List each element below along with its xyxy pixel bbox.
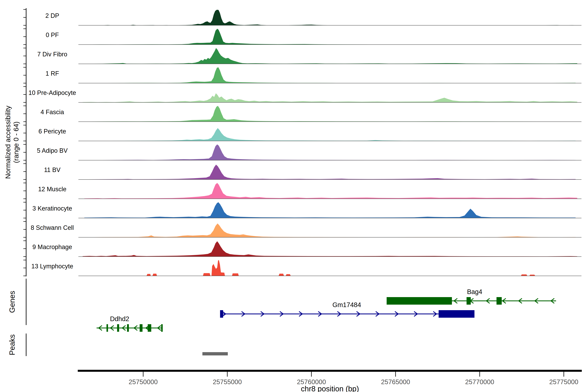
track-label-2: 0 PF (46, 32, 59, 38)
track-signal-9 (83, 165, 576, 180)
peak-bar (202, 352, 228, 356)
gene-exon-Ddhd2 (127, 324, 129, 332)
track-signal-1 (81, 10, 579, 26)
track-signal-10 (84, 183, 577, 199)
x-tick-label: 25755000 (213, 378, 242, 386)
gene-name-Gm17484: Gm17484 (332, 301, 361, 308)
track-label-4: 1 RF (46, 70, 59, 77)
track-signal-3 (81, 48, 578, 64)
track-label-1: 2 DP (46, 12, 59, 19)
gene-exon-Ddhd2 (117, 324, 119, 332)
track-signal-6 (83, 106, 577, 122)
gene-exon-Gm17484 (438, 310, 474, 318)
gene-exon-Ddhd2 (140, 324, 142, 332)
gene-exon-Ddhd2 (106, 324, 108, 332)
track-label-12: 8 Schwann Cell (31, 224, 74, 231)
x-tick-label: 25770000 (465, 378, 494, 386)
track-signal-11 (84, 202, 576, 218)
gene-name-Bag4: Bag4 (467, 288, 482, 295)
track-signal-4 (81, 67, 576, 83)
gene-exon-Ddhd2 (161, 324, 163, 332)
x-axis-title: chr8 position (bp) (301, 384, 359, 392)
x-tick-label: 25760000 (297, 378, 326, 386)
track-signal-12 (84, 224, 576, 237)
x-tick-label: 25750000 (129, 378, 158, 386)
gene-exon-Bag4 (496, 297, 502, 304)
track-label-5: 10 Pre-Adipocyte (28, 89, 76, 96)
track-label-8: 5 Adipo BV (37, 147, 68, 154)
track-signal-2 (81, 29, 574, 44)
track-label-14: 13 Lymphocyte (31, 263, 73, 270)
x-axis-line (78, 370, 582, 372)
genome-coverage-figure: Normalized accessibility (range 0 - 64) … (0, 0, 588, 392)
generated-plot-content: 2 DP0 PF7 Div Fibro1 RF10 Pre-Adipocyte4… (23, 8, 582, 386)
gene-exon-Bag4 (386, 297, 452, 304)
x-tick-label: 25765000 (381, 378, 410, 386)
track-signal-8 (83, 144, 576, 160)
track-label-10: 12 Muscle (38, 186, 66, 192)
coverage-plot-canvas: Normalized accessibility (range 0 - 64) … (0, 0, 588, 392)
genes-section-label: Genes (8, 291, 16, 313)
track-label-6: 4 Fascia (40, 108, 64, 116)
y-axis-label-line1: Normalized accessibility (4, 106, 12, 179)
y-axis-label-line2: (range 0 - 64) (12, 122, 20, 163)
track-signal-14 (83, 260, 579, 276)
track-signal-7 (83, 128, 576, 141)
track-label-13: 9 Macrophage (32, 244, 72, 250)
track-label-7: 6 Pericyte (38, 128, 66, 135)
gene-exon-Ddhd2 (148, 324, 151, 332)
track-label-11: 3 Keratinocyte (32, 205, 72, 212)
x-tick-label: 25775000 (549, 378, 578, 386)
track-signal-5 (83, 93, 577, 102)
track-signal-13 (83, 241, 577, 256)
gene-name-Ddhd2: Ddhd2 (110, 315, 129, 322)
track-label-3: 7 Div Fibro (37, 51, 67, 58)
peaks-section-label: Peaks (8, 334, 16, 355)
track-label-9: 11 BV (44, 166, 60, 173)
